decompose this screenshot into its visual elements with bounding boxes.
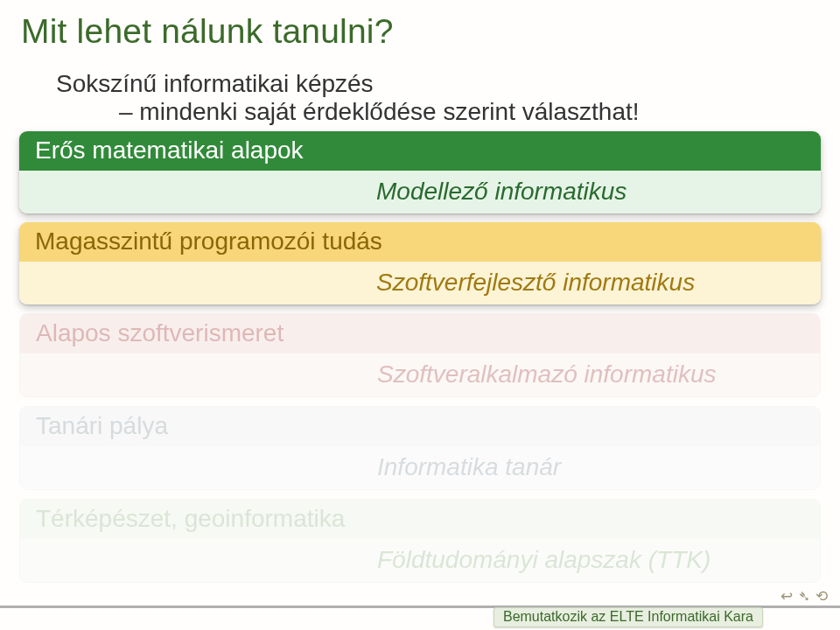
block-softk-body-text: Szoftveralkalmazó informatikus (36, 360, 716, 388)
block-softk: Alapos szoftverismeret Szoftveralkalmazó… (19, 313, 821, 397)
nav-icons: ↩ ➴ ⟲ (780, 589, 828, 604)
block-geo-body: Földtudományi alapszak (TTK) (20, 539, 820, 582)
nav-back-icon[interactable]: ↩ (780, 589, 793, 604)
slide: Mit lehet nálunk tanulni? Sokszínű infor… (0, 0, 840, 630)
block-math-head: Erős matematikai alapok (19, 131, 821, 171)
block-geo-head: Térképészet, geoinformatika (20, 500, 820, 539)
block-teacher-body-text: Informatika tanár (36, 453, 561, 481)
blocks-container: Erős matematikai alapok Modellező inform… (0, 126, 840, 583)
block-math: Erős matematikai alapok Modellező inform… (19, 131, 821, 214)
block-prog-body: Szoftverfejlesztő informatikus (19, 262, 821, 304)
block-softk-head: Alapos szoftverismeret (20, 314, 820, 354)
block-teacher: Tanári pálya Informatika tanár (19, 406, 821, 490)
footer-title: Bemutatkozik az ELTE Informatikai Kara (494, 607, 763, 627)
block-prog-head: Magasszintű programozói tudás (19, 222, 821, 262)
block-teacher-head: Tanári pálya (20, 407, 820, 446)
block-geo-body-text: Földtudományi alapszak (TTK) (36, 546, 710, 574)
intro-text: Sokszínű informatikai képzés – mindenki … (0, 70, 752, 126)
block-prog: Magasszintű programozói tudás Szoftverfe… (19, 222, 821, 304)
block-math-body: Modellező informatikus (19, 171, 821, 214)
slide-title: Mit lehet nálunk tanulni? (0, 0, 840, 70)
block-math-body-text: Modellező informatikus (35, 178, 626, 206)
footer-bar: Bemutatkozik az ELTE Informatikai Kara (0, 606, 840, 630)
block-prog-body-text: Szoftverfejlesztő informatikus (35, 269, 695, 297)
block-geo: Térképészet, geoinformatika Földtudomány… (19, 499, 821, 583)
nav-search-icon[interactable]: ➴ (798, 589, 810, 604)
intro-line-2: – mindenki saját érdeklődése szerint vál… (56, 98, 752, 126)
block-softk-body: Szoftveralkalmazó informatikus (20, 354, 820, 396)
nav-restart-icon[interactable]: ⟲ (816, 589, 828, 604)
intro-line-1: Sokszínű informatikai képzés (56, 70, 374, 97)
block-teacher-body: Informatika tanár (20, 446, 820, 489)
